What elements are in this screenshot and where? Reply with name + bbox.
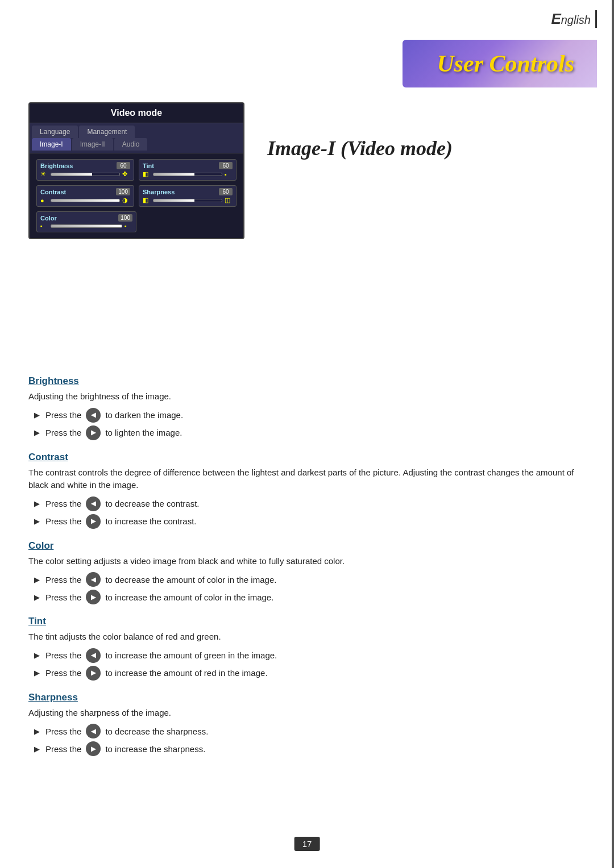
brightness-bullet-1-text: to darken the image. [105,410,183,420]
contrast-left-icon: ● [40,197,48,204]
contrast-title: Contrast [28,452,586,463]
video-mode-container: Video mode Language Management Image-I I… [28,102,244,239]
sharpness-title: Sharpness [28,692,586,703]
video-mode-title: Video mode [30,103,243,123]
section-sharpness: Sharpness Adjusting the sharpness of the… [28,692,586,757]
tint-bullet-2: ▶ Press the to increase the amount of re… [28,666,586,681]
tint-left-icon: ◧ [143,170,151,178]
right-arrow-button[interactable] [86,666,101,681]
doc-content: Brightness Adjusting the brightness of t… [28,375,586,756]
press-the-label: Press the [45,727,81,736]
brightness-bullet-2-text: to lighten the image. [105,428,182,437]
sharpness-slider: Sharpness 60 ◧ ◫ [139,185,237,207]
left-arrow-button[interactable] [86,572,101,587]
right-border [612,0,614,868]
color-title: Color [28,540,586,552]
sharpness-bullet-1: ▶ Press the to decrease the sharpness. [28,724,586,738]
sharpness-bullet-2-text: to increase the sharpness. [105,744,205,754]
section-brightness: Brightness Adjusting the brightness of t… [28,375,586,440]
section-contrast: Contrast The contrast controls the degre… [28,452,586,529]
contrast-bullet-1: ▶ Press the to decrease the contrast. [28,496,586,511]
bullet-arrow-icon: ▶ [34,593,41,602]
user-controls-header: User Controls [403,40,597,87]
sharpness-bullet-1-text: to decrease the sharpness. [105,727,208,736]
press-the-label: Press the [45,744,81,754]
bullet-arrow-icon: ▶ [34,727,41,736]
bullet-arrow-icon: ▶ [34,499,41,508]
sharpness-bullet-2: ▶ Press the to increase the sharpness. [28,741,586,756]
sharpness-desc: Adjusting the sharpness of the image. [28,707,586,720]
press-the-label: Press the [45,410,81,420]
press-the-label: Press the [45,499,81,508]
main-content: Video mode Language Management Image-I I… [28,102,586,767]
language-label: English [551,10,597,28]
vm-tabs-row1: Language Management [30,123,243,138]
press-the-label: Press the [45,428,81,437]
contrast-slider: Contrast 100 ● ◑ [36,185,134,207]
tab-language[interactable]: Language [32,126,78,138]
color-bullet-1-text: to decrease the amount of color in the i… [105,575,276,585]
bullet-arrow-icon: ▶ [34,745,41,753]
vm-sliders: Brightness 60 ☀ ✤ Tint 60 ◧ [30,153,243,238]
right-arrow-button[interactable] [86,514,101,529]
tint-track[interactable] [153,173,222,176]
contrast-desc: The contrast controls the degree of diff… [28,466,586,492]
tint-bullet-1-text: to increase the amount of green in the i… [105,650,277,660]
color-desc: The color setting adjusts a video image … [28,555,586,568]
tint-right-icon: ▪ [225,171,233,178]
brightness-left-icon: ☀ [40,170,48,178]
sharpness-right-icon: ◫ [225,197,233,204]
contrast-right-icon: ◑ [122,197,130,204]
vm-tabs-row2: Image-I Image-II Audio [30,138,243,153]
press-the-label: Press the [45,650,81,660]
right-arrow-button[interactable] [86,741,101,756]
contrast-track[interactable] [51,199,120,202]
brightness-title: Brightness [28,375,586,387]
color-bullet-2-text: to increase the amount of color in the i… [105,592,273,602]
contrast-bullet-2-text: to increase the contrast. [105,516,196,526]
section-color: Color The color setting adjusts a video … [28,540,586,605]
press-the-label: Press the [45,575,81,585]
tab-audio[interactable]: Audio [114,138,148,151]
english-rest: nglish [561,14,591,26]
bullet-arrow-icon: ▶ [34,669,41,677]
bullet-arrow-icon: ▶ [34,651,41,660]
color-track[interactable] [51,224,122,228]
section-heading: Image-I (Video mode) [267,136,453,160]
english-cap: E [551,10,561,27]
left-arrow-button[interactable] [86,496,101,511]
brightness-bullet-1: ▶ Press the to darken the image. [28,408,586,423]
bullet-arrow-icon: ▶ [34,411,41,419]
brightness-track[interactable] [51,173,120,176]
contrast-bullet-1-text: to decrease the contrast. [105,499,199,508]
color-bullet-2: ▶ Press the to increase the amount of co… [28,590,586,604]
sharpness-left-icon: ◧ [143,197,151,204]
tab-management[interactable]: Management [79,126,135,138]
brightness-right-icon: ✤ [122,170,130,178]
sharpness-track[interactable] [153,199,222,202]
tint-title: Tint [28,616,586,627]
color-slider: Color 100 ▪ ▪ [36,211,136,232]
brightness-bullet-2: ▶ Press the to lighten the image. [28,425,586,440]
tint-bullet-2-text: to increase the amount of red in the ima… [105,668,267,678]
section-tint: Tint The tint adjusts the color balance … [28,616,586,681]
right-arrow-button[interactable] [86,425,101,440]
bullet-arrow-icon: ▶ [34,428,41,437]
tab-image-i[interactable]: Image-I [32,138,71,151]
brightness-desc: Adjusting the brightness of the image. [28,390,586,403]
bullet-arrow-icon: ▶ [34,517,41,525]
page-title: User Controls [437,50,574,77]
left-arrow-button[interactable] [86,408,101,423]
tab-image-ii[interactable]: Image-II [72,138,113,151]
right-arrow-button[interactable] [86,590,101,604]
color-bullet-1: ▶ Press the to decrease the amount of co… [28,572,586,587]
section-title: Image-I (Video mode) [267,136,453,160]
page-number: 17 [294,837,320,851]
contrast-bullet-2: ▶ Press the to increase the contrast. [28,514,586,529]
left-arrow-button[interactable] [86,648,101,663]
color-left-icon: ▪ [40,223,48,229]
press-the-label: Press the [45,516,81,526]
bullet-arrow-icon: ▶ [34,575,41,584]
brightness-slider: Brightness 60 ☀ ✤ [36,159,134,181]
left-arrow-button[interactable] [86,724,101,738]
